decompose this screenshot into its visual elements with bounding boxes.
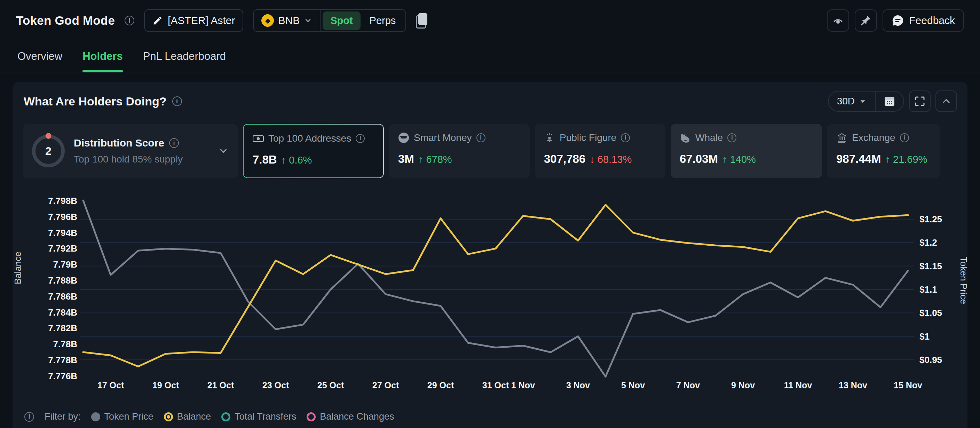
banknote-icon (253, 133, 264, 144)
svg-text:1 Nov: 1 Nov (511, 380, 535, 390)
stat-change: ↑ 0.6% (281, 154, 312, 166)
calendar-button[interactable] (876, 96, 904, 107)
distribution-score-info-icon[interactable]: i (169, 138, 179, 148)
chevron-up-icon (941, 96, 951, 106)
filter-item-label: Total Transfers (235, 411, 296, 422)
exchange-icon (836, 132, 847, 143)
svg-text:7.776B: 7.776B (48, 371, 77, 381)
svg-text:19 Oct: 19 Oct (153, 380, 179, 390)
smart-money-card[interactable]: Smart Money i 3M ↑ 678% (389, 124, 530, 178)
svg-text:7.78B: 7.78B (53, 339, 77, 349)
stat-title: Top 100 Addresses (268, 133, 351, 144)
fullscreen-button[interactable] (909, 91, 931, 112)
stat-value: 67.03M (680, 153, 718, 165)
tab-spot[interactable]: Spot (323, 11, 360, 30)
info-icon[interactable]: i (900, 133, 909, 142)
eye-icon (832, 14, 844, 27)
page-tabs: Overview Holders PnL Leaderboard (0, 41, 980, 72)
svg-text:Token Price: Token Price (958, 257, 967, 304)
top-100-addresses-card[interactable]: Top 100 Addresses i 7.8B ↑ 0.6% (243, 124, 384, 178)
chevron-down-icon (304, 16, 312, 25)
whale-card[interactable]: Whale i 67.03M ↑ 140% (671, 124, 822, 178)
svg-text:$1: $1 (920, 331, 929, 342)
svg-text:27 Oct: 27 Oct (372, 380, 399, 390)
filter-balance[interactable]: Balance (164, 411, 211, 422)
bnb-coin-icon: ◆ (261, 14, 274, 27)
svg-text:7.786B: 7.786B (48, 291, 77, 302)
svg-text:7.782B: 7.782B (48, 323, 77, 333)
series-balance (83, 205, 908, 366)
info-icon[interactable]: i (476, 133, 485, 142)
svg-text:7.796B: 7.796B (48, 212, 77, 222)
exchange-card[interactable]: Exchange i 987.44M ↑ 21.69% (827, 124, 940, 178)
info-icon[interactable]: i (356, 134, 365, 143)
feedback-button[interactable]: Feedback (883, 10, 964, 32)
chevron-down-icon[interactable] (218, 146, 229, 156)
stat-title: Exchange (852, 132, 896, 143)
svg-text:7.794B: 7.794B (48, 228, 77, 238)
chain-selector[interactable]: ◆ BNB (254, 14, 320, 27)
app-title-info-icon[interactable]: i (124, 16, 134, 25)
tab-perps[interactable]: Perps (362, 11, 404, 30)
panel-title: What Are Holders Doing? (24, 95, 167, 108)
svg-text:$1.15: $1.15 (920, 261, 942, 271)
svg-text:7.778B: 7.778B (48, 355, 77, 365)
svg-text:7.79B: 7.79B (53, 259, 77, 270)
total-transfers-radio-icon (221, 412, 231, 422)
filter-item-label: Balance (177, 411, 211, 422)
distribution-score-value: 2 (45, 145, 51, 158)
filter-info-icon[interactable]: i (24, 412, 34, 422)
token-selector[interactable]: [ASTER] Aster (144, 9, 243, 32)
holders-activity-chart[interactable]: 7.798B7.796B7.794B7.792B7.79B7.788B7.786… (13, 180, 967, 409)
filter-item-label: Balance Changes (320, 411, 394, 422)
svg-text:21 Oct: 21 Oct (207, 380, 234, 390)
tab-overview[interactable]: Overview (18, 41, 62, 72)
calendar-icon (884, 96, 895, 107)
token-price-radio-icon (91, 412, 100, 422)
public-figure-card[interactable]: Public Figure i 307,786 ↓ 68.13% (535, 124, 665, 178)
svg-text:$0.95: $0.95 (920, 355, 942, 365)
stat-change: ↑ 140% (722, 154, 756, 165)
svg-text:$1.25: $1.25 (920, 214, 942, 224)
filter-total-transfers[interactable]: Total Transfers (221, 411, 296, 422)
svg-text:5 Nov: 5 Nov (621, 380, 645, 390)
filter-token-price[interactable]: Token Price (91, 411, 153, 422)
copy-icon[interactable] (416, 13, 428, 28)
collapse-button[interactable] (935, 91, 957, 112)
svg-text:31 Oct: 31 Oct (482, 380, 509, 390)
series-token-price (83, 200, 908, 377)
filter-item-label: Token Price (104, 411, 153, 422)
pencil-icon (153, 15, 163, 26)
range-selector[interactable]: 30D (829, 96, 875, 107)
chevron-down-icon (859, 97, 867, 105)
panel-title-info-icon[interactable]: i (172, 96, 182, 106)
holders-panel: What Are Holders Doing? i 30D (13, 82, 967, 428)
svg-text:$1.2: $1.2 (920, 237, 937, 248)
stat-change: ↑ 678% (418, 154, 452, 165)
info-icon[interactable]: i (621, 133, 630, 142)
svg-text:23 Oct: 23 Oct (262, 380, 289, 390)
tab-pnl-leaderboard[interactable]: PnL Leaderboard (143, 41, 226, 72)
filter-balance-changes[interactable]: Balance Changes (307, 411, 394, 422)
svg-text:Balance: Balance (13, 251, 23, 284)
stat-title: Whale (695, 132, 723, 143)
feedback-label: Feedback (909, 14, 955, 27)
panel-header: What Are Holders Doing? i 30D (13, 82, 967, 120)
tab-holders[interactable]: Holders (83, 41, 123, 72)
gauge-marker-dot (46, 133, 51, 139)
distribution-score-subtitle: Top 100 hold 85% supply (74, 154, 209, 165)
stat-change: ↓ 68.13% (590, 154, 632, 165)
svg-text:7.788B: 7.788B (48, 275, 77, 286)
smart-money-icon (398, 132, 409, 143)
distribution-score-text: Distribution Score i Top 100 hold 85% su… (74, 137, 209, 165)
balance-radio-icon (164, 412, 173, 422)
distribution-score-card[interactable]: 2 Distribution Score i Top 100 hold 85% … (23, 124, 238, 178)
line-chart[interactable]: 7.798B7.796B7.794B7.792B7.79B7.788B7.786… (13, 180, 967, 409)
range-value: 30D (837, 96, 855, 107)
info-icon[interactable]: i (727, 133, 737, 142)
app-title: Token God Mode (16, 14, 115, 27)
watch-button[interactable] (827, 10, 849, 32)
svg-text:11 Nov: 11 Nov (784, 380, 812, 390)
pin-button[interactable] (855, 10, 877, 32)
filter-label: Filter by: (45, 411, 81, 422)
